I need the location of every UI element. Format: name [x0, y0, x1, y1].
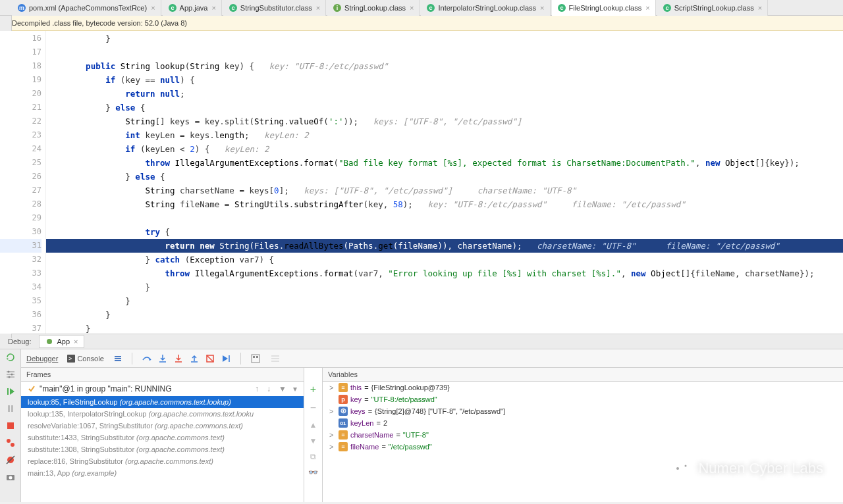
- up-icon[interactable]: ↑: [255, 384, 259, 393]
- view-breakpoints-icon[interactable]: [5, 438, 16, 448]
- up-watch-icon[interactable]: ▲: [310, 420, 317, 430]
- camera-icon[interactable]: [5, 472, 16, 482]
- close-icon[interactable]: ×: [151, 4, 155, 12]
- editor-tab[interactable]: cApp.java×: [163, 0, 222, 16]
- code-line[interactable]: }: [46, 294, 843, 308]
- code-line[interactable]: if (key == null) {: [46, 73, 843, 87]
- variable-row[interactable]: >⦿ keys = {String[2]@748} ["UTF-8", "/et…: [323, 405, 843, 417]
- svg-text:c: c: [560, 5, 563, 11]
- code-line[interactable]: String fileName = StringUtils.substringA…: [46, 197, 843, 211]
- code-line[interactable]: String charsetName = keys[0]; keys: ["UT…: [46, 184, 843, 197]
- step-over-icon[interactable]: [142, 353, 152, 364]
- close-icon[interactable]: ×: [645, 4, 649, 12]
- stack-frame[interactable]: main:13, App (org.example): [21, 467, 304, 479]
- editor-tab[interactable]: cScriptStringLookup.class×: [657, 0, 769, 16]
- svg-rect-21: [7, 422, 14, 429]
- code-line[interactable]: }: [46, 322, 843, 334]
- remove-watch-icon[interactable]: −: [310, 402, 316, 414]
- variable-row[interactable]: 01 keyLen = 2: [323, 417, 843, 429]
- force-step-into-icon[interactable]: [173, 353, 184, 364]
- variable-row[interactable]: >≡ fileName = "/etc/passwd": [323, 441, 843, 453]
- debug-app-tab[interactable]: App ×: [39, 335, 84, 348]
- editor-tab[interactable]: cInterpolatorStringLookup.class×: [421, 0, 550, 16]
- step-into-icon[interactable]: [157, 353, 168, 364]
- code-line[interactable]: if (keyLen < 2) { keyLen: 2: [46, 142, 843, 156]
- stack-frame[interactable]: resolveVariable:1067, StringSubstitutor …: [21, 420, 304, 432]
- stop-icon[interactable]: [5, 420, 16, 431]
- svg-rect-37: [256, 356, 258, 358]
- dropdown-icon[interactable]: ▾: [293, 384, 297, 393]
- close-icon[interactable]: ×: [211, 4, 215, 12]
- threads-icon[interactable]: [113, 354, 122, 363]
- editor-tab[interactable]: cStringSubstitutor.class×: [223, 0, 326, 16]
- code-line[interactable]: } else {: [46, 101, 843, 114]
- svg-rect-35: [252, 355, 259, 363]
- debugger-subtab[interactable]: Debugger: [26, 355, 58, 363]
- svg-text:>: >: [68, 355, 72, 362]
- code-line[interactable]: }: [46, 308, 843, 322]
- run-to-cursor-icon[interactable]: [221, 353, 231, 364]
- filter-icon[interactable]: ▼: [279, 384, 286, 393]
- rerun-icon[interactable]: [5, 352, 16, 363]
- editor-tab[interactable]: iStringLookup.class×: [327, 0, 420, 16]
- resume-icon[interactable]: [5, 386, 16, 397]
- variables-toolbar: + − ▲ ▼ ⧉ 👓: [304, 368, 323, 502]
- down-watch-icon[interactable]: ▼: [310, 436, 317, 445]
- close-icon[interactable]: ×: [540, 4, 544, 12]
- close-icon[interactable]: ×: [758, 4, 762, 12]
- code-line[interactable]: }: [46, 280, 843, 294]
- frames-pane: Frames "main"@1 in group "main": RUNNING…: [21, 368, 304, 502]
- code-line[interactable]: return null;: [46, 87, 843, 101]
- code-line[interactable]: [46, 211, 843, 225]
- svg-text:c: c: [665, 5, 668, 11]
- close-icon[interactable]: ×: [74, 338, 78, 345]
- console-subtab[interactable]: > Console: [67, 355, 103, 363]
- code-line[interactable]: } catch (Exception var7) {: [46, 253, 843, 266]
- debug-panel: Debugger > Console Frames: [0, 349, 843, 502]
- add-watch-icon[interactable]: +: [310, 384, 316, 395]
- svg-point-23: [11, 443, 14, 447]
- variable-row[interactable]: p key = "UTF-8:/etc/passwd": [323, 393, 843, 405]
- down-icon[interactable]: ↓: [267, 384, 271, 393]
- code-line[interactable]: String[] keys = key.split(String.valueOf…: [46, 114, 843, 128]
- variables-header: Variables: [323, 368, 843, 382]
- pause-icon[interactable]: [5, 403, 16, 414]
- code-line[interactable]: throw IllegalArgumentExceptions.format(v…: [46, 266, 843, 280]
- glasses-icon[interactable]: 👓: [308, 468, 318, 477]
- code-line[interactable]: public String lookup(String key) { key: …: [46, 59, 843, 73]
- step-out-icon[interactable]: [189, 353, 200, 364]
- close-icon[interactable]: ×: [410, 4, 414, 12]
- code-line[interactable]: int keyLen = keys.length; keyLen: 2: [46, 128, 843, 142]
- debug-label: Debug:: [3, 338, 36, 345]
- svg-rect-19: [8, 405, 10, 412]
- code-line[interactable]: throw IllegalArgumentExceptions.format("…: [46, 156, 843, 170]
- variable-row[interactable]: >≡ this = {FileStringLookup@739}: [323, 382, 843, 393]
- code-line[interactable]: } else {: [46, 170, 843, 184]
- stack-frame[interactable]: replace:816, StringSubstitutor (org.apac…: [21, 455, 304, 467]
- copy-icon[interactable]: ⧉: [310, 452, 316, 461]
- variables-pane: Variables >≡ this = {FileStringLookup@73…: [323, 368, 843, 502]
- close-icon[interactable]: ×: [316, 4, 320, 12]
- evaluate-icon[interactable]: [250, 353, 261, 364]
- editor-tabs: mpom.xml (ApacheCommonsTextRce)×cApp.jav…: [0, 0, 843, 16]
- mute-breakpoints-icon[interactable]: [5, 455, 16, 465]
- thread-selector[interactable]: "main"@1 in group "main": RUNNING ↑ ↓ ▼ …: [21, 382, 304, 396]
- settings-icon[interactable]: [5, 369, 16, 380]
- stack-frame[interactable]: substitute:1433, StringSubstitutor (org.…: [21, 432, 304, 443]
- stack-frame[interactable]: lookup:85, FileStringLookup (org.apache.…: [21, 396, 304, 408]
- editor-tab[interactable]: cFileStringLookup.class×: [552, 0, 656, 16]
- editor-tab[interactable]: mpom.xml (ApacheCommonsTextRce)×: [12, 0, 161, 16]
- trace-icon[interactable]: [270, 353, 281, 364]
- code-area[interactable]: } public String lookup(String key) { key…: [46, 31, 843, 334]
- drop-frame-icon[interactable]: [205, 353, 215, 364]
- code-line[interactable]: [46, 45, 843, 59]
- frames-header: Frames: [21, 368, 304, 382]
- code-line[interactable]: try {: [46, 225, 843, 239]
- code-line[interactable]: }: [46, 32, 843, 45]
- variable-row[interactable]: >≡ charsetName = "UTF-8": [323, 429, 843, 441]
- code-line[interactable]: return new String(Files.readAllBytes(Pat…: [46, 239, 843, 253]
- stack-frame[interactable]: lookup:135, InterpolatorStringLookup (or…: [21, 408, 304, 420]
- svg-text:c: c: [231, 5, 234, 11]
- debug-side-toolbar: [0, 349, 21, 502]
- stack-frame[interactable]: substitute:1308, StringSubstitutor (org.…: [21, 443, 304, 455]
